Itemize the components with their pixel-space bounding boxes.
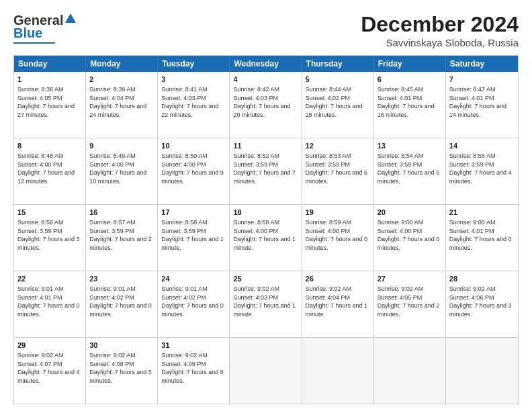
- header-day-wednesday: Wednesday: [230, 56, 302, 72]
- calendar-cell: 21Sunrise: 9:00 AM Sunset: 4:01 PM Dayli…: [446, 205, 518, 271]
- cell-info: Sunrise: 9:02 AM Sunset: 4:08 PM Dayligh…: [89, 352, 152, 384]
- calendar-cell: 20Sunrise: 9:00 AM Sunset: 4:00 PM Dayli…: [374, 205, 446, 271]
- cell-info: Sunrise: 9:01 AM Sunset: 4:02 PM Dayligh…: [161, 285, 224, 318]
- cell-info: Sunrise: 8:48 AM Sunset: 4:00 PM Dayligh…: [17, 152, 75, 185]
- cell-info: Sunrise: 8:49 AM Sunset: 4:00 PM Dayligh…: [89, 152, 146, 185]
- day-number: 18: [233, 208, 298, 218]
- day-number: 1: [17, 75, 82, 85]
- cell-info: Sunrise: 8:53 AM Sunset: 3:59 PM Dayligh…: [306, 152, 368, 185]
- cell-info: Sunrise: 9:02 AM Sunset: 4:05 PM Dayligh…: [378, 285, 440, 318]
- day-number: 27: [378, 274, 442, 284]
- header-day-sunday: Sunday: [14, 56, 86, 72]
- cell-info: Sunrise: 9:00 AM Sunset: 4:01 PM Dayligh…: [449, 219, 512, 251]
- calendar-cell: 11Sunrise: 8:52 AM Sunset: 3:59 PM Dayli…: [230, 138, 302, 204]
- calendar-cell: 10Sunrise: 8:50 AM Sunset: 4:00 PM Dayli…: [158, 138, 230, 204]
- cell-info: Sunrise: 8:57 AM Sunset: 3:59 PM Dayligh…: [89, 219, 152, 251]
- header-day-friday: Friday: [374, 56, 446, 72]
- day-number: 25: [233, 274, 298, 284]
- calendar-cell: 17Sunrise: 8:58 AM Sunset: 3:59 PM Dayli…: [158, 205, 230, 271]
- calendar: SundayMondayTuesdayWednesdayThursdayFrid…: [13, 55, 519, 404]
- day-number: 28: [449, 274, 515, 284]
- cell-info: Sunrise: 9:02 AM Sunset: 4:07 PM Dayligh…: [17, 352, 80, 384]
- calendar-cell: 7Sunrise: 8:47 AM Sunset: 4:01 PM Daylig…: [446, 72, 518, 138]
- day-number: 17: [161, 208, 226, 218]
- page: General Blue December 2024 Savvinskaya S…: [0, 0, 532, 411]
- day-number: 9: [89, 141, 154, 151]
- day-number: 8: [17, 141, 82, 151]
- calendar-cell: [230, 338, 302, 404]
- day-number: 21: [449, 208, 515, 218]
- calendar-cell: 25Sunrise: 9:02 AM Sunset: 4:03 PM Dayli…: [230, 271, 302, 337]
- header: General Blue December 2024 Savvinskaya S…: [13, 12, 519, 48]
- logo-blue-text: Blue: [13, 26, 42, 41]
- day-number: 12: [306, 141, 370, 151]
- day-number: 16: [89, 208, 154, 218]
- logo: General Blue: [13, 12, 77, 44]
- calendar-cell: 24Sunrise: 9:01 AM Sunset: 4:02 PM Dayli…: [158, 271, 230, 337]
- calendar-cell: 3Sunrise: 8:41 AM Sunset: 4:03 PM Daylig…: [158, 72, 230, 138]
- cell-info: Sunrise: 9:01 AM Sunset: 4:01 PM Dayligh…: [17, 285, 80, 318]
- calendar-header: SundayMondayTuesdayWednesdayThursdayFrid…: [14, 56, 518, 72]
- cell-info: Sunrise: 9:00 AM Sunset: 4:00 PM Dayligh…: [378, 219, 440, 251]
- calendar-cell: 4Sunrise: 8:42 AM Sunset: 4:03 PM Daylig…: [230, 72, 302, 138]
- day-number: 2: [89, 75, 154, 85]
- calendar-week-4: 22Sunrise: 9:01 AM Sunset: 4:01 PM Dayli…: [14, 271, 518, 338]
- calendar-cell: 27Sunrise: 9:02 AM Sunset: 4:05 PM Dayli…: [374, 271, 446, 337]
- logo-icon: [64, 12, 77, 27]
- subtitle: Savvinskaya Sloboda, Russia: [361, 37, 519, 48]
- cell-info: Sunrise: 8:50 AM Sunset: 4:00 PM Dayligh…: [161, 152, 224, 185]
- day-number: 24: [161, 274, 226, 284]
- calendar-cell: [302, 338, 374, 404]
- logo-underline: [13, 42, 55, 44]
- cell-info: Sunrise: 8:41 AM Sunset: 4:03 PM Dayligh…: [161, 86, 218, 118]
- cell-info: Sunrise: 8:38 AM Sunset: 4:05 PM Dayligh…: [17, 86, 75, 118]
- day-number: 10: [161, 141, 226, 151]
- cell-info: Sunrise: 8:54 AM Sunset: 3:59 PM Dayligh…: [378, 152, 440, 185]
- header-day-thursday: Thursday: [302, 56, 374, 72]
- cell-info: Sunrise: 9:02 AM Sunset: 4:06 PM Dayligh…: [449, 285, 512, 318]
- calendar-cell: 31Sunrise: 9:02 AM Sunset: 4:09 PM Dayli…: [158, 338, 230, 404]
- svg-marker-0: [65, 13, 76, 23]
- cell-info: Sunrise: 9:01 AM Sunset: 4:02 PM Dayligh…: [89, 285, 152, 318]
- day-number: 30: [89, 340, 154, 351]
- calendar-cell: 28Sunrise: 9:02 AM Sunset: 4:06 PM Dayli…: [446, 271, 518, 337]
- cell-info: Sunrise: 8:44 AM Sunset: 4:02 PM Dayligh…: [306, 86, 363, 118]
- calendar-cell: 9Sunrise: 8:49 AM Sunset: 4:00 PM Daylig…: [86, 138, 158, 204]
- day-number: 15: [17, 208, 82, 218]
- cell-info: Sunrise: 9:02 AM Sunset: 4:09 PM Dayligh…: [161, 352, 224, 384]
- day-number: 11: [233, 141, 298, 151]
- day-number: 5: [306, 75, 370, 85]
- cell-info: Sunrise: 8:42 AM Sunset: 4:03 PM Dayligh…: [233, 86, 290, 118]
- cell-info: Sunrise: 8:47 AM Sunset: 4:01 PM Dayligh…: [449, 86, 506, 118]
- calendar-cell: 15Sunrise: 8:56 AM Sunset: 3:59 PM Dayli…: [14, 205, 86, 271]
- day-number: 14: [449, 141, 515, 151]
- day-number: 6: [378, 75, 442, 85]
- title-block: December 2024 Savvinskaya Sloboda, Russi…: [361, 12, 519, 48]
- calendar-cell: [374, 338, 446, 404]
- cell-info: Sunrise: 8:58 AM Sunset: 4:00 PM Dayligh…: [233, 219, 296, 251]
- calendar-cell: 13Sunrise: 8:54 AM Sunset: 3:59 PM Dayli…: [374, 138, 446, 204]
- day-number: 13: [378, 141, 442, 151]
- cell-info: Sunrise: 8:52 AM Sunset: 3:59 PM Dayligh…: [233, 152, 296, 185]
- calendar-cell: 26Sunrise: 9:02 AM Sunset: 4:04 PM Dayli…: [302, 271, 374, 337]
- calendar-week-1: 1Sunrise: 8:38 AM Sunset: 4:05 PM Daylig…: [14, 72, 518, 138]
- day-number: 22: [17, 274, 82, 284]
- cell-info: Sunrise: 8:59 AM Sunset: 4:00 PM Dayligh…: [306, 219, 368, 251]
- calendar-cell: 12Sunrise: 8:53 AM Sunset: 3:59 PM Dayli…: [302, 138, 374, 204]
- day-number: 29: [17, 340, 82, 351]
- calendar-cell: 8Sunrise: 8:48 AM Sunset: 4:00 PM Daylig…: [14, 138, 86, 204]
- calendar-cell: 18Sunrise: 8:58 AM Sunset: 4:00 PM Dayli…: [230, 205, 302, 271]
- cell-info: Sunrise: 8:56 AM Sunset: 3:59 PM Dayligh…: [17, 219, 80, 251]
- calendar-cell: 6Sunrise: 8:45 AM Sunset: 4:01 PM Daylig…: [374, 72, 446, 138]
- calendar-cell: 29Sunrise: 9:02 AM Sunset: 4:07 PM Dayli…: [14, 338, 86, 404]
- cell-info: Sunrise: 8:55 AM Sunset: 3:59 PM Dayligh…: [449, 152, 512, 185]
- main-title: December 2024: [361, 12, 519, 37]
- calendar-cell: 1Sunrise: 8:38 AM Sunset: 4:05 PM Daylig…: [14, 72, 86, 138]
- day-number: 23: [89, 274, 154, 284]
- cell-info: Sunrise: 8:58 AM Sunset: 3:59 PM Dayligh…: [161, 219, 224, 251]
- day-number: 26: [306, 274, 370, 284]
- calendar-week-2: 8Sunrise: 8:48 AM Sunset: 4:00 PM Daylig…: [14, 138, 518, 205]
- day-number: 7: [449, 75, 515, 85]
- day-number: 31: [161, 340, 226, 351]
- calendar-body: 1Sunrise: 8:38 AM Sunset: 4:05 PM Daylig…: [14, 72, 518, 404]
